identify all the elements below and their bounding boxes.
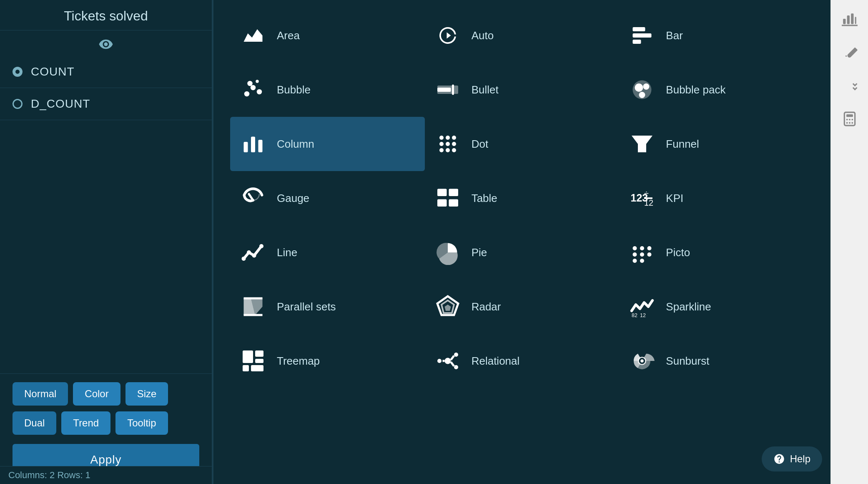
brush-sidebar-icon[interactable] — [839, 42, 860, 63]
field-dcount[interactable]: D_COUNT — [0, 88, 212, 120]
chart-type-column[interactable]: Column — [230, 117, 425, 171]
chart-type-picto[interactable]: Picto — [619, 225, 814, 280]
chart-type-funnel[interactable]: Funnel — [619, 117, 814, 171]
auto-label: Auto — [472, 29, 494, 42]
chart-type-bubble-pack[interactable]: Bubble pack — [619, 63, 814, 117]
chart-type-line[interactable]: Line — [230, 225, 425, 280]
svg-rect-58 — [255, 359, 263, 363]
svg-line-67 — [451, 362, 454, 366]
field-list: COUNT D_COUNT — [0, 56, 212, 373]
field-count[interactable]: COUNT — [0, 56, 212, 88]
chart-type-sunburst[interactable]: Sunburst — [619, 334, 814, 388]
svg-point-12 — [635, 83, 643, 92]
dot-label: Dot — [472, 138, 488, 151]
btn-row-1: Normal Color Size — [13, 382, 199, 406]
svg-rect-0 — [633, 27, 645, 31]
svg-rect-2 — [633, 40, 641, 44]
chart-type-kpi[interactable]: 123 ÷ 12 KPI — [619, 171, 814, 225]
table-label: Table — [472, 192, 497, 205]
svg-rect-16 — [251, 137, 255, 153]
btn-row-2: Dual Trend Tooltip — [13, 411, 199, 435]
svg-rect-15 — [244, 142, 248, 152]
svg-point-80 — [851, 119, 853, 121]
svg-rect-17 — [258, 140, 263, 152]
svg-rect-57 — [255, 350, 263, 357]
line-icon — [238, 238, 268, 267]
chart-type-gauge[interactable]: Gauge — [230, 171, 425, 225]
relational-label: Relational — [472, 355, 520, 368]
calc-sidebar-icon[interactable] — [839, 108, 860, 129]
chart-type-table[interactable]: Table — [425, 171, 620, 225]
table-icon — [433, 184, 462, 213]
normal-button[interactable]: Normal — [13, 382, 68, 406]
area-label: Area — [277, 29, 300, 42]
auto-icon — [433, 21, 462, 50]
dual-button[interactable]: Dual — [13, 411, 56, 435]
bubble-icon — [238, 75, 268, 104]
size-button[interactable]: Size — [125, 382, 168, 406]
sunburst-label: Sunburst — [666, 355, 709, 368]
svg-rect-77 — [846, 114, 853, 117]
svg-point-43 — [647, 246, 652, 250]
chart-type-bullet[interactable]: Bullet — [425, 63, 620, 117]
chart-type-sidebar-icon[interactable] — [839, 8, 860, 29]
chart-type-auto[interactable]: Auto — [425, 8, 620, 63]
bubble-label: Bubble — [277, 83, 311, 96]
svg-line-66 — [451, 356, 454, 360]
chart-type-treemap[interactable]: Treemap — [230, 334, 425, 388]
chart-type-bubble[interactable]: Bubble — [230, 63, 425, 117]
chart-type-dot[interactable]: Dot — [425, 117, 620, 171]
parallel-sets-icon — [238, 292, 268, 321]
chart-grid: Area Auto Bar Bubble — [213, 0, 830, 484]
svg-point-13 — [643, 83, 650, 90]
help-button[interactable]: Help — [762, 446, 822, 471]
chart-type-radar[interactable]: Radar — [425, 280, 620, 334]
svg-point-82 — [849, 122, 850, 124]
gauge-label: Gauge — [277, 192, 309, 205]
trend-button[interactable]: Trend — [61, 411, 110, 435]
bubble-pack-label: Bubble pack — [666, 83, 725, 96]
relational-icon — [433, 346, 462, 376]
chart-type-relational[interactable]: Relational — [425, 334, 620, 388]
chart-type-pie[interactable]: Pie — [425, 225, 620, 280]
panel-title: Tickets solved — [13, 8, 199, 24]
svg-point-48 — [640, 259, 644, 263]
picto-icon — [627, 238, 657, 267]
svg-point-23 — [452, 142, 456, 146]
eye-icon-container — [0, 30, 212, 56]
chart-type-bar[interactable]: Bar — [619, 8, 814, 63]
svg-rect-71 — [843, 19, 845, 24]
help-label: Help — [790, 453, 810, 465]
svg-rect-60 — [251, 365, 263, 371]
svg-point-44 — [633, 252, 637, 257]
chart-type-parallel-sets[interactable]: Parallel sets — [230, 280, 425, 334]
gauge-icon — [238, 184, 268, 213]
sort-sidebar-icon[interactable] — [839, 75, 860, 96]
svg-text:82: 82 — [632, 313, 637, 318]
radar-icon — [433, 292, 462, 321]
svg-point-83 — [851, 122, 853, 124]
svg-rect-74 — [855, 17, 856, 24]
chart-type-area[interactable]: Area — [230, 8, 425, 63]
tooltip-button[interactable]: Tooltip — [115, 411, 168, 435]
svg-point-70 — [641, 359, 644, 363]
chart-type-sparkline[interactable]: 82 12 Sparkline — [619, 280, 814, 334]
sunburst-icon — [627, 346, 657, 376]
treemap-icon — [238, 346, 268, 376]
svg-point-41 — [633, 246, 637, 250]
bubble-pack-icon — [627, 75, 657, 104]
svg-point-20 — [452, 136, 456, 140]
svg-point-42 — [640, 246, 644, 250]
kpi-label: KPI — [666, 192, 683, 205]
svg-line-28 — [249, 194, 253, 200]
right-sidebar — [830, 0, 868, 484]
svg-point-21 — [439, 142, 444, 146]
svg-rect-29 — [437, 189, 447, 197]
svg-point-64 — [454, 365, 458, 369]
svg-point-6 — [247, 81, 253, 86]
svg-point-39 — [252, 254, 256, 258]
svg-rect-31 — [437, 199, 447, 207]
svg-point-47 — [633, 259, 637, 263]
color-button[interactable]: Color — [73, 382, 120, 406]
panel-header: Tickets solved — [0, 0, 212, 30]
